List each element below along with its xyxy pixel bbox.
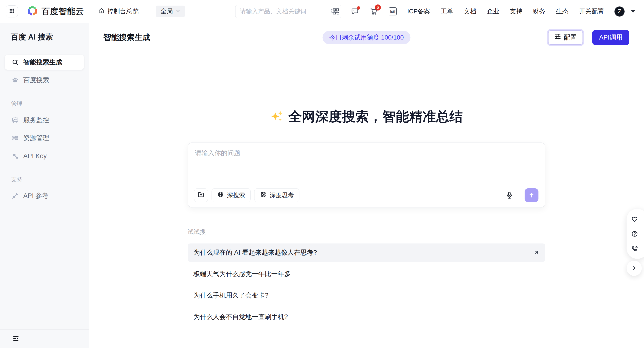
messages-button[interactable]: [350, 7, 359, 16]
sidebar-menu: 智能搜索生成 百度搜索 管理: [0, 49, 89, 203]
sidebar-group-support: 支持: [5, 167, 84, 188]
console-overview-link[interactable]: 控制台总览: [98, 7, 139, 16]
composer-card: 深搜索 深度思考: [188, 142, 546, 208]
chevron-down-icon: [176, 8, 180, 15]
language-label: En: [390, 9, 395, 14]
sidebar-item-baidu-search[interactable]: 百度搜索: [5, 73, 84, 88]
sidebar-collapse-button[interactable]: [12, 335, 19, 343]
sidebar-item-api-key[interactable]: API Key: [5, 149, 84, 163]
sidebar-item-label: 智能搜索生成: [23, 58, 62, 67]
language-toggle[interactable]: En: [389, 7, 397, 15]
suggestion-list: 为什么现在的 AI 看起来越来越像人在思考? 极端天气为什么感觉一年比一年多 为…: [188, 243, 546, 326]
sidebar: 百度 AI 搜索 智能搜索生成: [0, 23, 89, 348]
unread-dot: [357, 6, 360, 9]
account-caret-icon[interactable]: [631, 10, 635, 13]
main-header: 智能搜索生成 今日剩余试用额度 100/100 配置 API调用: [89, 23, 644, 52]
microphone-button[interactable]: [505, 191, 514, 199]
collapse-icon: [12, 339, 19, 343]
region-selector[interactable]: 全局: [156, 5, 185, 17]
page-title: 智能搜索生成: [103, 32, 150, 43]
toolbar-divider: [519, 191, 519, 200]
suggestion-text: 为什么手机用久了会变卡?: [194, 291, 268, 300]
region-label: 全局: [160, 7, 173, 16]
folder-upload-icon: [198, 191, 204, 200]
global-search-input[interactable]: [240, 8, 330, 15]
qr-code-button[interactable]: [332, 7, 340, 16]
composer-right-actions: [505, 188, 538, 202]
home-icon: [98, 7, 105, 16]
nav-link-icp[interactable]: ICP备案: [407, 7, 430, 16]
sidebar-item-label: 百度搜索: [23, 76, 49, 85]
send-button[interactable]: [524, 188, 538, 202]
grid-icon: [8, 7, 15, 15]
sidebar-item-label: 资源管理: [23, 134, 49, 143]
deep-think-toggle[interactable]: 深度思考: [254, 188, 300, 202]
global-search-box: [235, 5, 341, 18]
nav-link-support[interactable]: 支持: [510, 7, 522, 16]
suggestion-item[interactable]: 为什么现在的 AI 看起来越来越像人在思考?: [188, 243, 546, 262]
hero: 全网深度搜索，智能精准总结: [188, 108, 546, 126]
baidu-cloud-logo-icon: [26, 5, 38, 18]
nav-link-enterprise[interactable]: 企业: [487, 7, 499, 16]
suggestion-text: 为什么人会不自觉地一直刷手机?: [194, 313, 288, 322]
composer-toolbar: 深搜索 深度思考: [194, 188, 538, 202]
sidebar-product-title: 百度 AI 搜索: [0, 23, 89, 49]
sidebar-bottom-divider: [0, 330, 89, 330]
favorite-heart-button[interactable]: [631, 215, 638, 223]
nav-link-docs[interactable]: 文档: [464, 7, 476, 16]
api-call-button[interactable]: API调用: [592, 30, 629, 45]
main-panel: 智能搜索生成 今日剩余试用额度 100/100 配置 API调用: [89, 23, 644, 348]
server-stack-icon: [12, 135, 19, 142]
brand-name: 百度智能云: [42, 6, 84, 17]
brand-logo[interactable]: 百度智能云: [26, 5, 84, 18]
config-button[interactable]: 配置: [548, 30, 583, 45]
config-label: 配置: [564, 33, 577, 42]
nav-link-ecosystem[interactable]: 生态: [556, 7, 568, 16]
upload-file-button[interactable]: [194, 188, 208, 202]
sidebar-item-api-reference[interactable]: API 参考: [5, 188, 84, 203]
console-overview-label: 控制台总览: [107, 7, 139, 16]
suggestion-item[interactable]: 为什么手机用久了会变卡?: [188, 286, 546, 305]
deep-search-label: 深搜索: [227, 191, 245, 199]
hero-title: 全网深度搜索，智能精准总结: [288, 108, 463, 126]
arrow-up-icon: [528, 191, 535, 199]
header-actions: 配置 API调用: [548, 30, 629, 45]
nav-link-tickets[interactable]: 工单: [441, 7, 453, 16]
globe-icon: [217, 191, 224, 199]
arrow-up-right-icon: [533, 249, 540, 256]
nav-right-cluster: 6 En ICP备案 工单 文档 企业 支持 财务 生态 开关配置 Z: [332, 6, 635, 16]
sidebar-item-service-monitoring[interactable]: 服务监控: [5, 113, 84, 128]
help-button[interactable]: [631, 230, 638, 237]
suggestion-item[interactable]: 极端天气为什么感觉一年比一年多: [188, 265, 546, 283]
sliders-icon: [554, 33, 561, 41]
suggestions-label: 试试搜: [188, 228, 546, 236]
suggestion-item[interactable]: 为什么人会不自觉地一直刷手机?: [188, 308, 546, 326]
question-input[interactable]: [195, 149, 538, 182]
chevron-right-icon: [631, 265, 637, 272]
cart-count-badge: 6: [375, 4, 381, 10]
quota-badge: 今日剩余试用额度 100/100: [323, 31, 410, 44]
nav-link-switch-config[interactable]: 开关配置: [579, 7, 604, 16]
search-sparkle-icon: [12, 59, 19, 66]
content-column: 全网深度搜索，智能精准总结: [188, 108, 546, 326]
suggestion-text: 为什么现在的 AI 看起来越来越像人在思考?: [194, 248, 317, 257]
sidebar-item-resource-management[interactable]: 资源管理: [5, 131, 84, 145]
nav-link-finance[interactable]: 财务: [533, 7, 546, 16]
sidebar-item-label: API Key: [23, 152, 47, 160]
sidebar-group-management: 管理: [5, 91, 84, 113]
sparkles-icon: [270, 109, 284, 124]
sidebar-item-label: API 参考: [23, 191, 48, 200]
cart-button[interactable]: 6: [370, 7, 378, 16]
monitor-board-icon: [12, 117, 19, 124]
sidebar-item-smart-search-generation[interactable]: 智能搜索生成: [5, 55, 84, 70]
sidebar-item-label: 服务监控: [23, 116, 49, 125]
deep-search-toggle[interactable]: 深搜索: [212, 188, 251, 202]
user-avatar[interactable]: Z: [614, 6, 624, 16]
phone-support-button[interactable]: [631, 245, 638, 252]
suggestion-text: 极端天气为什么感觉一年比一年多: [194, 270, 291, 279]
app-grid-button[interactable]: [6, 5, 18, 17]
top-navbar: 百度智能云 控制台总览 全局: [0, 0, 644, 23]
atom-icon: [260, 191, 267, 199]
key-icon: [12, 152, 19, 160]
panel-expand-button[interactable]: [626, 261, 642, 276]
